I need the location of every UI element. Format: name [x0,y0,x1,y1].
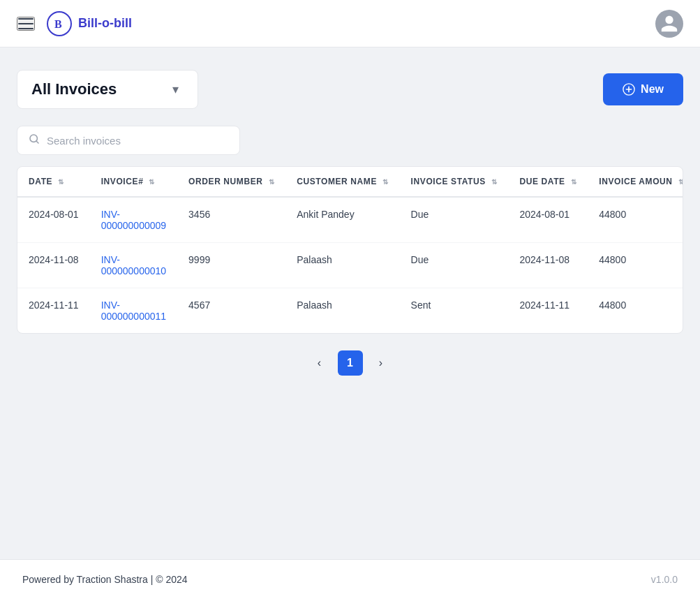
main-content: All Invoices ▾ New DATE ⇅ INVOICE [0,47,700,559]
search-icon [29,133,40,147]
new-invoice-button[interactable]: New [603,73,683,105]
footer-left-text: Powered by Traction Shastra | © 2024 [22,574,188,585]
cell-customer-name: Palaash [285,288,399,334]
invoice-link-0[interactable]: INV-000000000009 [101,209,166,231]
table-row: 2024-11-11 INV-000000000011 4567 Palaash… [17,288,683,334]
sort-icon-due: ⇅ [571,178,577,186]
cell-invoice-amount: 44800 [588,288,683,334]
cell-due-date: 2024-08-01 [508,197,588,243]
brand-logo-link[interactable]: B Bill-o-bill [46,10,132,37]
cell-customer-name: Ankit Pandey [285,197,399,243]
col-customer-name[interactable]: CUSTOMER NAME ⇅ [285,167,399,197]
cell-due-date: 2024-11-08 [508,243,588,288]
invoice-link-2[interactable]: INV-000000000011 [101,300,166,322]
chevron-down-icon: ▾ [172,82,179,97]
sort-icon-amount: ⇅ [678,178,683,186]
col-invoice-status[interactable]: INVOICE STATUS ⇅ [400,167,509,197]
navbar: B Bill-o-bill [0,0,700,47]
brand-logo-icon: B [46,10,73,37]
search-input[interactable] [47,135,228,147]
col-order-number[interactable]: ORDER NUMBER ⇅ [177,167,285,197]
navbar-left: B Bill-o-bill [17,10,132,37]
sort-icon-customer: ⇅ [382,178,389,186]
cell-invoice-amount: 44800 [588,197,683,243]
invoice-link-1[interactable]: INV-000000000010 [101,254,166,276]
plus-icon [623,83,635,96]
cell-invoice-amount: 44800 [588,243,683,288]
invoices-table: DATE ⇅ INVOICE# ⇅ ORDER NUMBER ⇅ CUSTOME… [17,167,683,333]
page-1-button[interactable]: 1 [338,350,363,376]
pagination: ‹ 1 › [17,334,683,381]
table-row: 2024-08-01 INV-000000000009 3456 Ankit P… [17,197,683,243]
footer-version-text: v1.0.0 [651,574,678,585]
col-invoice-num[interactable]: INVOICE# ⇅ [90,167,177,197]
user-avatar-button[interactable] [655,10,683,38]
cell-due-date: 2024-11-11 [508,288,588,334]
cell-invoice-status: Sent [400,288,509,334]
cell-invoice-num: INV-000000000011 [90,288,177,334]
cell-order-number: 9999 [177,243,285,288]
cell-date: 2024-08-01 [17,197,90,243]
cell-date: 2024-11-11 [17,288,90,334]
sort-icon-date: ⇅ [58,178,64,186]
hamburger-menu-button[interactable] [17,17,35,31]
all-invoices-label: All Invoices [31,80,117,98]
invoices-table-container: DATE ⇅ INVOICE# ⇅ ORDER NUMBER ⇅ CUSTOME… [17,166,683,334]
cell-invoice-num: INV-000000000009 [90,197,177,243]
cell-date: 2024-11-08 [17,243,90,288]
top-bar: All Invoices ▾ New [17,70,683,109]
table-row: 2024-11-08 INV-000000000010 9999 Palaash… [17,243,683,288]
sort-icon-order: ⇅ [269,178,275,186]
svg-text:B: B [54,18,62,30]
sort-icon-status: ⇅ [491,178,498,186]
table-body: 2024-08-01 INV-000000000009 3456 Ankit P… [17,197,683,333]
cell-invoice-status: Due [400,243,509,288]
cell-invoice-status: Due [400,197,509,243]
footer: Powered by Traction Shastra | © 2024 v1.… [0,559,700,599]
user-icon [660,14,679,34]
sort-icon-invoice: ⇅ [149,178,155,186]
cell-customer-name: Palaash [285,243,399,288]
brand-name-text: Bill-o-bill [78,16,132,31]
cell-order-number: 4567 [177,288,285,334]
next-page-button[interactable]: › [368,350,394,376]
col-date[interactable]: DATE ⇅ [17,167,90,197]
prev-page-button[interactable]: ‹ [307,350,332,376]
col-due-date[interactable]: DUE DATE ⇅ [508,167,588,197]
cell-invoice-num: INV-000000000010 [90,243,177,288]
search-bar [17,126,240,155]
table-header-row: DATE ⇅ INVOICE# ⇅ ORDER NUMBER ⇅ CUSTOME… [17,167,683,197]
all-invoices-dropdown[interactable]: All Invoices ▾ [17,70,198,109]
cell-order-number: 3456 [177,197,285,243]
col-invoice-amount[interactable]: INVOICE AMOUN ⇅ [588,167,683,197]
